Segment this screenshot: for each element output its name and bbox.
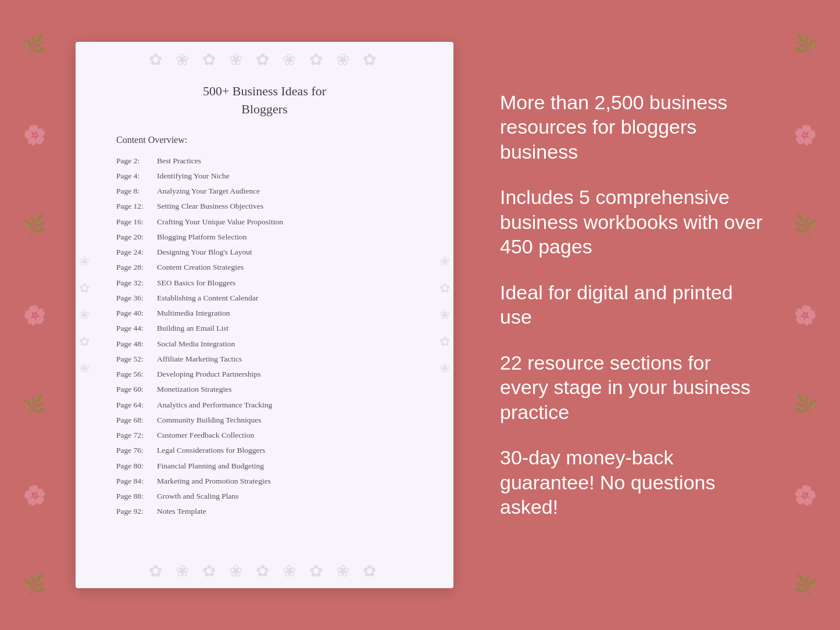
toc-page-number: Page 60: xyxy=(116,384,157,395)
toc-title: Affiliate Marketing Tactics xyxy=(157,353,242,365)
toc-title: Crafting Your Unique Value Proposition xyxy=(157,216,283,228)
toc-page-number: Page 20: xyxy=(116,231,157,243)
document-card: ✿ ❀ ✿ ❀ ✿ ❀ ✿ ❀ ✿ ✿ ❀ ✿ ❀ ✿ ❀ ✿ ❀ ✿ ❀✿❀✿… xyxy=(76,42,453,588)
toc-item: Page 32:SEO Basics for Bloggers xyxy=(116,275,413,291)
toc-title: Customer Feedback Collection xyxy=(157,429,254,441)
floral-sprig: 🌸 xyxy=(22,304,48,326)
toc-item: Page 52:Affiliate Marketing Tactics xyxy=(116,352,413,367)
toc-item: Page 92:Notes Template xyxy=(116,504,413,519)
floral-sprig: 🌿 xyxy=(22,34,48,56)
toc-page-number: Page 40: xyxy=(116,307,157,319)
toc-title: Setting Clear Business Objectives xyxy=(157,201,263,212)
toc-page-number: Page 48: xyxy=(116,338,157,350)
toc-title: Marketing and Promotion Strategies xyxy=(157,475,271,487)
floral-sprig: 🌿 xyxy=(22,394,48,416)
toc-item: Page 80:Financial Planning and Budgeting xyxy=(116,459,413,474)
toc-title: Legal Considerations for Bloggers xyxy=(157,445,265,456)
floral-sprig: 🌿 xyxy=(22,574,48,596)
floral-sprig: 🌸 xyxy=(792,304,818,326)
toc-title: Financial Planning and Budgeting xyxy=(157,460,264,472)
document-title: 500+ Business Ideas for Bloggers xyxy=(116,83,413,119)
toc-page-number: Page 2: xyxy=(116,155,157,167)
feature-text-3: 22 resource sections for every stage in … xyxy=(500,350,764,425)
floral-decoration-right: 🌿 🌸 🌿 🌸 🌿 🌸 🌿 xyxy=(770,0,840,630)
toc-title: Social Media Integration xyxy=(157,338,235,350)
toc-item: Page 76:Legal Considerations for Blogger… xyxy=(116,443,413,458)
right-content: More than 2,500 business resources for b… xyxy=(488,90,764,540)
toc-page-number: Page 52: xyxy=(116,353,157,365)
toc-page-number: Page 76: xyxy=(116,445,157,456)
toc-page-number: Page 64: xyxy=(116,399,157,411)
toc-title: Identifying Your Niche xyxy=(157,170,230,182)
toc-title: Best Practices xyxy=(157,155,201,167)
toc-item: Page 8:Analyzing Your Target Audience xyxy=(116,184,413,199)
toc-item: Page 2:Best Practices xyxy=(116,153,413,169)
toc-page-number: Page 84: xyxy=(116,475,157,487)
toc-title: Community Building Techniques xyxy=(157,414,262,426)
toc-title: Monetization Strategies xyxy=(157,384,232,395)
toc-page-number: Page 24: xyxy=(116,246,157,258)
toc-item: Page 64:Analytics and Performance Tracki… xyxy=(116,398,413,413)
doc-floral-side-right: ❀✿❀✿❀ xyxy=(436,88,453,542)
toc-item: Page 16:Crafting Your Unique Value Propo… xyxy=(116,214,413,230)
main-container: ✿ ❀ ✿ ❀ ✿ ❀ ✿ ❀ ✿ ✿ ❀ ✿ ❀ ✿ ❀ ✿ ❀ ✿ ❀✿❀✿… xyxy=(0,42,840,588)
toc-title: Building an Email List xyxy=(157,323,228,334)
toc-page-number: Page 68: xyxy=(116,414,157,426)
toc-title: SEO Basics for Bloggers xyxy=(157,277,235,289)
toc-title: Multimedia Integration xyxy=(157,307,230,319)
toc-title: Growth and Scaling Plans xyxy=(157,491,239,502)
toc-item: Page 36:Establishing a Content Calendar xyxy=(116,291,413,306)
doc-floral-top: ✿ ❀ ✿ ❀ ✿ ❀ ✿ ❀ ✿ xyxy=(76,42,453,77)
toc-title: Analytics and Performance Tracking xyxy=(157,399,272,411)
toc-page-number: Page 32: xyxy=(116,277,157,289)
toc-page-number: Page 44: xyxy=(116,323,157,334)
floral-sprig: 🌸 xyxy=(22,484,48,506)
feature-text-1: Includes 5 comprehensive business workbo… xyxy=(500,185,764,259)
toc-page-number: Page 12: xyxy=(116,201,157,212)
toc-item: Page 60:Monetization Strategies xyxy=(116,382,413,397)
toc-page-number: Page 8: xyxy=(116,185,157,197)
toc-page-number: Page 28: xyxy=(116,262,157,273)
doc-floral-side-left: ❀✿❀✿❀ xyxy=(76,88,93,542)
toc-item: Page 48:Social Media Integration xyxy=(116,337,413,352)
toc-item: Page 44:Building an Email List xyxy=(116,321,413,336)
toc-item: Page 88:Growth and Scaling Plans xyxy=(116,489,413,504)
toc-title: Notes Template xyxy=(157,506,206,517)
toc-item: Page 84:Marketing and Promotion Strategi… xyxy=(116,474,413,489)
toc-page-number: Page 72: xyxy=(116,429,157,441)
toc-title: Analyzing Your Target Audience xyxy=(157,185,260,197)
toc-item: Page 12:Setting Clear Business Objective… xyxy=(116,199,413,214)
toc-page-number: Page 92: xyxy=(116,506,157,517)
toc-page-number: Page 56: xyxy=(116,368,157,380)
table-of-contents: Page 2:Best PracticesPage 4:Identifying … xyxy=(116,153,413,520)
feature-text-4: 30-day money-back guarantee! No question… xyxy=(500,445,764,520)
toc-title: Establishing a Content Calendar xyxy=(157,292,258,304)
toc-title: Developing Product Partnerships xyxy=(157,368,260,380)
floral-sprig: 🌸 xyxy=(22,124,48,146)
toc-page-number: Page 88: xyxy=(116,491,157,502)
toc-item: Page 56:Developing Product Partnerships xyxy=(116,367,413,382)
toc-page-number: Page 4: xyxy=(116,170,157,182)
toc-title: Content Creation Strategies xyxy=(157,262,244,273)
floral-decoration-left: 🌿 🌸 🌿 🌸 🌿 🌸 🌿 xyxy=(0,0,70,630)
toc-item: Page 4:Identifying Your Niche xyxy=(116,169,413,184)
toc-page-number: Page 80: xyxy=(116,460,157,472)
content-overview-label: Content Overview: xyxy=(116,135,413,145)
toc-item: Page 20:Blogging Platform Selection xyxy=(116,230,413,245)
toc-item: Page 40:Multimedia Integration xyxy=(116,306,413,321)
toc-page-number: Page 36: xyxy=(116,292,157,304)
toc-item: Page 28:Content Creation Strategies xyxy=(116,260,413,275)
toc-item: Page 72:Customer Feedback Collection xyxy=(116,428,413,443)
feature-text-2: Ideal for digital and printed use xyxy=(500,280,764,330)
floral-sprig: 🌿 xyxy=(22,214,48,236)
toc-item: Page 24:Designing Your Blog's Layout xyxy=(116,245,413,260)
toc-title: Blogging Platform Selection xyxy=(157,231,247,243)
floral-sprig: 🌿 xyxy=(792,394,818,416)
floral-sprig: 🌿 xyxy=(792,34,818,56)
doc-floral-bottom: ✿ ❀ ✿ ❀ ✿ ❀ ✿ ❀ ✿ xyxy=(76,553,453,588)
floral-sprig: 🌸 xyxy=(792,484,818,506)
floral-sprig: 🌸 xyxy=(792,124,818,146)
toc-item: Page 68:Community Building Techniques xyxy=(116,413,413,428)
toc-page-number: Page 16: xyxy=(116,216,157,228)
toc-title: Designing Your Blog's Layout xyxy=(157,246,252,258)
